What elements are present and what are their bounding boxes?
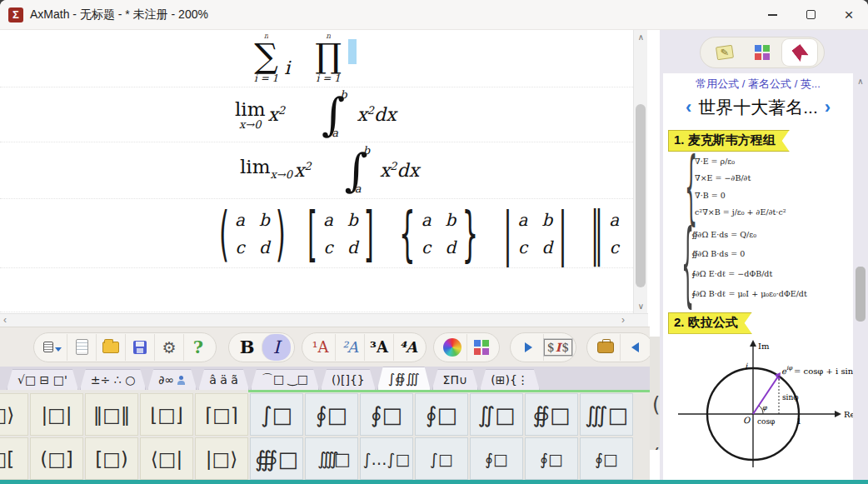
minimize-button[interactable] xyxy=(753,0,791,29)
palette-button[interactable]: ∬□ xyxy=(470,393,523,436)
palette-button[interactable]: ⌊□⌋ xyxy=(140,393,193,436)
equation-canvas[interactable]: n ∑ i = 1 i n ∏ i = 1 lim x→0 x2 xyxy=(0,30,633,313)
matrix-brace: { abcd } xyxy=(399,210,478,257)
palette-button[interactable]: [□) xyxy=(85,437,138,480)
equation-row-limit-inline: limx→0 x2 ∫ b a x2dx xyxy=(0,142,633,199)
palette-button[interactable]: ∫…∫□ xyxy=(360,437,413,480)
settings-button[interactable]: ⚙ xyxy=(154,334,183,361)
briefcase-button[interactable] xyxy=(591,334,620,361)
close-button[interactable]: × xyxy=(830,0,868,29)
palette-button[interactable]: ⟨□| xyxy=(140,437,193,480)
app-logo-icon: Σ xyxy=(8,7,23,22)
equation-row-matrices: ( abcd ) [ abcd ] { abcd } | abcd | xyxy=(0,199,633,268)
bracket-palette-group: □⟩ □[ |□| (□] ‖□‖ [□) ⌊□⌋ ⟨□| ⌈□⌉ |□⟩ xyxy=(0,393,248,480)
color-wheel-button[interactable] xyxy=(437,334,466,361)
font-style-4-button[interactable]: ⁴A xyxy=(393,334,422,361)
palette-button[interactable]: ∯□ xyxy=(525,393,578,436)
palette-button[interactable]: □[ xyxy=(0,437,28,480)
briefcase-icon xyxy=(597,342,614,353)
person-icon xyxy=(177,376,186,385)
help-button[interactable]: ? xyxy=(183,334,212,361)
color-wheel-icon xyxy=(443,338,461,357)
palette-button[interactable]: ∫□ xyxy=(415,437,468,480)
palette-button[interactable]: ∮□ xyxy=(470,437,523,480)
palette-button[interactable]: |□| xyxy=(30,393,83,436)
sum-operator: ∑ xyxy=(254,38,278,73)
axmath-window: Σ AxMath - 无标题 - * 未注册 - 200% × n ∑ i = … xyxy=(0,0,868,480)
euler-exponent: iφ xyxy=(786,365,793,372)
font-style-1-button[interactable]: ¹A xyxy=(306,334,335,361)
save-icon xyxy=(133,341,147,354)
palette-button[interactable]: ∰□ xyxy=(250,437,303,480)
handwriting-button[interactable]: ✎ xyxy=(707,39,742,66)
bold-button[interactable]: B xyxy=(232,334,262,361)
prev-category-button[interactable]: ‹ xyxy=(686,98,691,117)
symbol-grid-button[interactable] xyxy=(745,39,780,66)
im-axis-label: Im xyxy=(758,342,770,351)
tab-brackets[interactable]: ()[]{} xyxy=(321,369,376,390)
tab-overbrace[interactable]: ⌒□ ‿□ xyxy=(251,369,319,390)
collapse-panel-button[interactable] xyxy=(620,334,649,361)
open-button[interactable] xyxy=(96,334,125,361)
product-operator: ∏ xyxy=(315,38,342,73)
euler-formula-diagram[interactable]: Im i Re 1 O φ cosφ sinφ e iφ = cosφ + i … xyxy=(663,337,853,472)
new-document-icon xyxy=(76,339,88,355)
desktop-background-edge xyxy=(0,480,868,484)
color-palette-button[interactable] xyxy=(466,334,496,361)
menu-button[interactable] xyxy=(37,334,67,361)
palette-button[interactable]: ∭□ xyxy=(580,393,633,436)
canvas-horizontal-scrollbar[interactable]: ‹ › xyxy=(0,313,648,327)
font-style-3-button[interactable]: ³A xyxy=(364,334,393,361)
palette-button[interactable]: ∮□ xyxy=(415,393,468,436)
sidebar-scrollbar[interactable]: ∧ xyxy=(853,73,868,480)
scroll-up-arrow[interactable]: ∧ xyxy=(634,32,648,42)
limit-body: x2 xyxy=(268,104,286,125)
palette-button[interactable]: ∮□ xyxy=(580,437,633,480)
palette-button[interactable]: ∮□ xyxy=(360,393,413,436)
matrix-bracket: [ abcd ] xyxy=(307,210,374,257)
bookmark-button[interactable] xyxy=(782,39,817,66)
save-button[interactable] xyxy=(125,334,154,361)
new-document-button[interactable] xyxy=(67,334,96,361)
tab-operators[interactable]: ±÷ ∴ ○ xyxy=(80,369,146,390)
maxwell-differential-formula[interactable]: { ∇·E = ρ/ε₀ ∇×E = −∂B/∂t ∇·B = 0 c²∇×B … xyxy=(685,153,853,222)
play-button[interactable] xyxy=(514,334,543,361)
sidebar-scroll-thumb[interactable] xyxy=(856,267,866,322)
palette-button[interactable]: ∫∫∫∫□ xyxy=(305,437,358,480)
vertical-scroll-thumb[interactable] xyxy=(636,104,646,287)
matrix-paren: ( abcd ) xyxy=(219,210,286,257)
tab-accents[interactable]: â ä ã xyxy=(198,369,249,390)
font-style-2-button[interactable]: ²A xyxy=(335,334,364,361)
maxwell-integral-formula[interactable]: { ∯∂Ω E·ds = Q/ε₀ ∯∂Ω B·ds = 0 ∮∂Ω E·dℓ … xyxy=(681,225,853,304)
palette-button[interactable]: (□] xyxy=(30,437,83,480)
palette-button[interactable]: □⟩ xyxy=(0,393,28,436)
scroll-left-arrow[interactable]: ‹ xyxy=(3,314,7,326)
canvas-vertical-scrollbar[interactable]: ∧ ∨ xyxy=(633,30,647,313)
sidebar-scroll-up-arrow[interactable]: ∧ xyxy=(853,77,868,86)
palette-button[interactable]: ‖□‖ xyxy=(85,393,138,436)
palette-button[interactable]: ∮□ xyxy=(305,393,358,436)
tab-radicals[interactable]: √□ ⊟ □' xyxy=(7,369,78,390)
sin-label: sinφ xyxy=(782,393,799,402)
maximize-button[interactable] xyxy=(791,0,830,29)
breadcrumb[interactable]: 常用公式 / 著名公式 / 英... xyxy=(663,77,853,92)
formula-library-sidebar: ✎ 常用公式 / 著名公式 / 英... ‹ 世界十大著名... › 1. 麦克… xyxy=(660,30,868,480)
matrix-determinant: | abcd | xyxy=(503,210,567,257)
tab-big-operators[interactable]: ΣΠ∪ xyxy=(432,369,479,390)
next-category-button[interactable]: › xyxy=(825,98,831,117)
tex-toggle-button[interactable]: $I$ xyxy=(543,334,572,361)
scroll-right-arrow[interactable]: › xyxy=(621,314,625,326)
tab-symbols[interactable]: ∂∞ xyxy=(147,369,197,390)
palette-button[interactable]: ∮□ xyxy=(525,437,578,480)
tex-tool-group: $I$ xyxy=(510,332,576,362)
palette-button[interactable]: ⌈□⌉ xyxy=(195,393,248,436)
open-folder-icon xyxy=(102,342,119,353)
italic-button[interactable]: I xyxy=(262,334,291,361)
equation-row-limit-display: lim x→0 x2 ∫ b a x2dx xyxy=(0,87,633,142)
tab-matrices[interactable]: (⊞){⋮ xyxy=(480,369,540,390)
palette-button[interactable]: ∫□ xyxy=(250,393,303,436)
scroll-down-arrow[interactable]: ∨ xyxy=(634,302,648,311)
tab-integrals[interactable]: ∫∯∭ xyxy=(377,367,431,390)
palette-overflow-edge: (( xyxy=(650,337,660,450)
palette-button[interactable]: |□⟩ xyxy=(195,437,248,480)
